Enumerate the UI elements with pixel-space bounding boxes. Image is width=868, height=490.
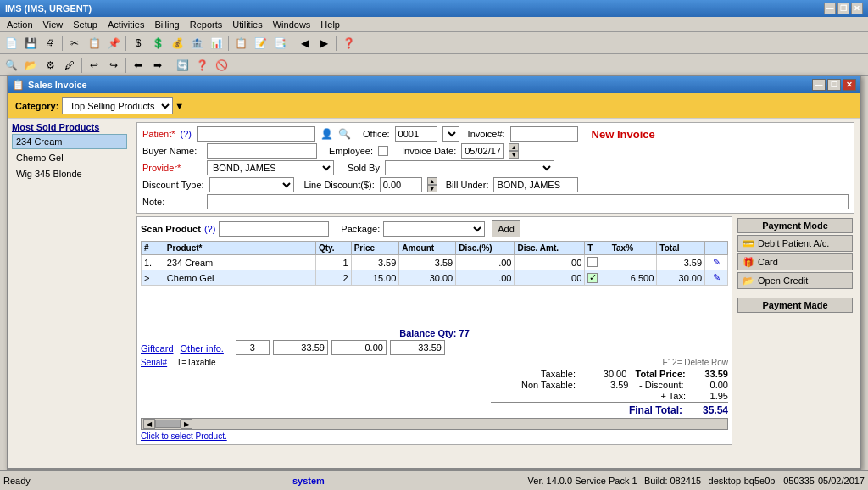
cell-edit[interactable]: ✎ — [705, 270, 728, 286]
cell-product[interactable]: 234 Cream — [164, 255, 315, 270]
toolbar2-btn-2[interactable]: 📂 — [21, 56, 40, 75]
toolbar2-btn-7[interactable]: ⬅ — [129, 56, 147, 75]
toolbar-btn-13[interactable]: 📝 — [251, 34, 270, 53]
toolbar2-btn-1[interactable]: 🔍 — [2, 56, 20, 75]
menu-action[interactable]: Action — [2, 18, 38, 31]
cell-tax-pct[interactable]: 6.500 — [609, 270, 657, 286]
discount-total-label: - Discount: — [639, 380, 684, 390]
menu-view[interactable]: View — [38, 18, 69, 31]
package-select[interactable] — [383, 221, 485, 237]
cell-price[interactable]: 3.59 — [351, 255, 399, 270]
category-select[interactable]: Top Selling Products — [62, 97, 173, 114]
debit-patient-btn[interactable]: 💳 Debit Patient A/c. — [737, 235, 853, 252]
toolbar-btn-8[interactable]: 💲 — [148, 34, 167, 53]
close-btn[interactable]: ✕ — [851, 3, 863, 14]
toolbar-btn-3[interactable]: 🖨 — [41, 34, 59, 53]
scan-hint[interactable]: (?) — [204, 224, 215, 234]
toolbar-btn-1[interactable]: 📄 — [2, 34, 20, 53]
toolbar2-btn-refresh[interactable]: 🔄 — [173, 56, 192, 75]
toolbar-btn-15[interactable]: ◀ — [295, 34, 314, 53]
toolbar2-btn-stop[interactable]: 🚫 — [212, 56, 231, 75]
window-minimize-btn[interactable]: — — [812, 79, 826, 91]
line-discount-input[interactable] — [380, 177, 422, 192]
product-item-2[interactable]: Wig 345 Blonde — [12, 166, 127, 181]
window-close-btn[interactable]: ✕ — [843, 79, 856, 91]
patient-icon2[interactable]: 🔍 — [338, 128, 351, 140]
cell-qty[interactable]: 1 — [315, 255, 351, 270]
menu-setup[interactable]: Setup — [68, 18, 103, 31]
date-spin-down[interactable]: ▼ — [509, 151, 519, 159]
table-row[interactable]: 1. 234 Cream 1 3.59 3.59 .00 .00 — [142, 255, 728, 270]
add-button[interactable]: Add — [492, 220, 520, 237]
toolbar-btn-help[interactable]: ❓ — [339, 34, 358, 53]
invoice-no-input[interactable] — [510, 126, 578, 142]
cell-disc-pct[interactable]: .00 — [456, 255, 515, 270]
toolbar-btn-5[interactable]: 📋 — [85, 34, 103, 53]
category-dropdown-icon[interactable]: ▼ — [175, 101, 184, 111]
menu-help[interactable]: Help — [315, 18, 345, 31]
toolbar-btn-2[interactable]: 💾 — [21, 34, 40, 53]
scroll-right-btn[interactable]: ▶ — [181, 419, 192, 429]
toolbar2-btn-6[interactable]: ↪ — [104, 56, 123, 75]
discount-spin-up[interactable]: ▲ — [427, 177, 437, 185]
provider-select[interactable]: BOND, JAMES — [207, 160, 334, 175]
date-spin-up[interactable]: ▲ — [509, 143, 519, 151]
cell-edit[interactable]: ✎ — [705, 255, 728, 270]
open-credit-btn[interactable]: 📂 Open Credit — [737, 272, 853, 289]
giftcard-link[interactable]: Giftcard — [141, 343, 174, 354]
office-select[interactable] — [442, 126, 459, 142]
toolbar2-btn-4[interactable]: 🖊 — [60, 56, 79, 75]
serial-hash-link[interactable]: Serial# — [141, 358, 167, 367]
toolbar2-btn-3[interactable]: ⚙ — [41, 56, 59, 75]
product-item-1[interactable]: Chemo Gel — [12, 150, 127, 165]
note-input[interactable] — [207, 194, 849, 209]
bill-under-input[interactable] — [493, 177, 578, 192]
scroll-thumb[interactable] — [155, 420, 181, 428]
toolbar2-btn-help[interactable]: ❓ — [192, 56, 211, 75]
minimize-btn[interactable]: — — [824, 3, 836, 14]
scroll-left-btn[interactable]: ◀ — [143, 419, 155, 429]
sold-by-select[interactable] — [385, 160, 554, 175]
toolbar-btn-16[interactable]: ▶ — [314, 34, 333, 53]
toolbar-btn-11[interactable]: 📊 — [207, 34, 225, 53]
invoice-date-input[interactable] — [461, 143, 504, 159]
cell-product[interactable]: Chemo Gel — [164, 270, 315, 286]
cell-t[interactable]: ✓ — [585, 270, 609, 286]
toolbar-btn-7[interactable]: $ — [129, 34, 147, 53]
cell-price[interactable]: 15.00 — [351, 270, 399, 286]
menu-activities[interactable]: Activities — [103, 18, 149, 31]
toolbar2-btn-8[interactable]: ➡ — [148, 56, 167, 75]
toolbar-btn-10[interactable]: 🏦 — [187, 34, 206, 53]
cell-t[interactable] — [585, 255, 609, 270]
toolbar-btn-12[interactable]: 📋 — [231, 34, 250, 53]
toolbar-btn-6[interactable]: 📌 — [104, 34, 123, 53]
discount-type-select[interactable] — [209, 177, 294, 192]
employee-checkbox[interactable] — [378, 146, 388, 156]
other-info-link[interactable]: Other info. — [181, 343, 224, 354]
discount-spin-down[interactable]: ▼ — [427, 185, 437, 192]
horizontal-scrollbar[interactable]: ◀ ▶ — [141, 418, 728, 430]
product-item-0[interactable]: 234 Cream — [12, 134, 127, 149]
toolbar-btn-14[interactable]: 📑 — [270, 34, 289, 53]
scan-input[interactable] — [219, 221, 329, 237]
office-input[interactable] — [395, 126, 437, 142]
toolbar2-btn-5[interactable]: ↩ — [85, 56, 103, 75]
patient-input[interactable] — [197, 126, 315, 142]
gift-card-btn[interactable]: 🎁 Card — [737, 253, 853, 270]
menu-windows[interactable]: Windows — [268, 18, 316, 31]
menu-utilities[interactable]: Utilities — [227, 18, 267, 31]
menu-billing[interactable]: Billing — [149, 18, 184, 31]
patient-icon1[interactable]: 👤 — [320, 128, 333, 140]
restore-btn[interactable]: ❐ — [837, 3, 849, 14]
cell-qty[interactable]: 2 — [315, 270, 351, 286]
office-label: Office: — [363, 129, 390, 139]
cell-disc-pct[interactable]: .00 — [456, 270, 515, 286]
table-row[interactable]: > Chemo Gel 2 15.00 30.00 .00 .00 ✓ 6.50 — [142, 270, 728, 286]
click-to-select[interactable]: Click to select Product. — [141, 432, 728, 441]
buyer-name-input[interactable] — [207, 143, 317, 159]
menu-reports[interactable]: Reports — [185, 18, 228, 31]
patient-hint[interactable]: (?) — [181, 129, 192, 139]
window-maximize-btn[interactable]: ❐ — [827, 79, 841, 91]
toolbar-btn-4[interactable]: ✂ — [65, 34, 84, 53]
toolbar-btn-9[interactable]: 💰 — [168, 34, 186, 53]
